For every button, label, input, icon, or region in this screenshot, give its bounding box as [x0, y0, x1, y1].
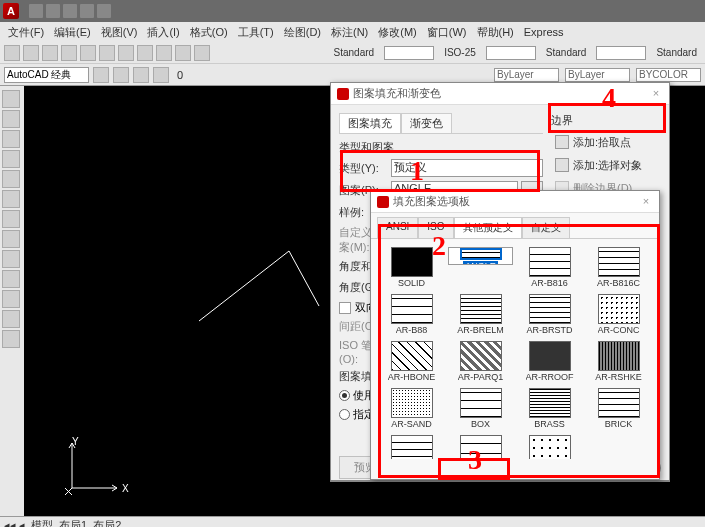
menu-view[interactable]: 视图(V): [97, 23, 142, 42]
add-select-button[interactable]: 添加:选择对象: [551, 155, 661, 175]
tab-layout1[interactable]: 布局1: [59, 518, 87, 527]
menu-dim[interactable]: 标注(N): [327, 23, 372, 42]
window-titlebar: A: [0, 0, 705, 22]
tool-hatch[interactable]: [2, 250, 20, 268]
tb-layer4[interactable]: [153, 67, 169, 83]
origin-spec-radio[interactable]: [339, 409, 350, 420]
draw-toolbar: [0, 86, 24, 516]
annotation-2: 2: [432, 230, 446, 262]
tab-layout2[interactable]: 布局2: [93, 518, 121, 527]
menu-edit[interactable]: 编辑(E): [50, 23, 95, 42]
menu-window[interactable]: 窗口(W): [423, 23, 471, 42]
annotation-box-2: [378, 224, 660, 478]
tb-layer3[interactable]: [133, 67, 149, 83]
hatch-title: 图案填充和渐变色: [353, 86, 441, 101]
menu-modify[interactable]: 修改(M): [374, 23, 421, 42]
menu-insert[interactable]: 插入(I): [143, 23, 183, 42]
add-pickpoint-button[interactable]: 添加:拾取点: [551, 132, 661, 152]
qat-btn[interactable]: [29, 4, 43, 18]
tb-undo[interactable]: [137, 45, 153, 61]
tool-table[interactable]: [2, 330, 20, 348]
close-icon[interactable]: ×: [639, 195, 653, 209]
close-icon[interactable]: ×: [649, 87, 663, 101]
lweight-bylayer[interactable]: BYCOLOR: [636, 68, 701, 82]
menu-tools[interactable]: 工具(T): [234, 23, 278, 42]
tb-save[interactable]: [42, 45, 58, 61]
drawing-triangle: [194, 246, 324, 328]
workspace-select[interactable]: AutoCAD 经典: [4, 67, 89, 83]
tool-pline[interactable]: [2, 110, 20, 128]
app-logo: A: [3, 3, 19, 19]
tb-zoom[interactable]: [194, 45, 210, 61]
palette-title: 填充图案选项板: [393, 194, 470, 209]
annotation-4: 4: [602, 82, 616, 114]
tab-model[interactable]: 模型: [31, 518, 53, 527]
iso-label: ISO-25: [440, 47, 480, 58]
select-icon: [555, 158, 569, 172]
menu-draw[interactable]: 绘图(D): [280, 23, 325, 42]
menu-format[interactable]: 格式(O): [186, 23, 232, 42]
origin-current-radio[interactable]: [339, 390, 350, 401]
tb-layer[interactable]: [93, 67, 109, 83]
tool-arc[interactable]: [2, 150, 20, 168]
bidir-check[interactable]: [339, 302, 351, 314]
tool-spline[interactable]: [2, 230, 20, 248]
menu-bar: 文件(F) 编辑(E) 视图(V) 插入(I) 格式(O) 工具(T) 绘图(D…: [0, 22, 705, 42]
qat-btn[interactable]: [63, 4, 77, 18]
tb-layer2[interactable]: [113, 67, 129, 83]
hatch-titlebar: 图案填充和渐变色 ×: [331, 83, 669, 105]
iso-box[interactable]: [486, 46, 536, 60]
tool-ellipse[interactable]: [2, 210, 20, 228]
tool-text[interactable]: [2, 270, 20, 288]
pickpoint-icon: [555, 135, 569, 149]
tool-region[interactable]: [2, 310, 20, 328]
tool-rect[interactable]: [2, 170, 20, 188]
menu-help[interactable]: 帮助(H): [473, 23, 518, 42]
toolbar-std: Standard ISO-25 Standard Standard: [0, 42, 705, 64]
qat: [29, 4, 111, 18]
dlg-icon: [337, 88, 349, 100]
annotation-3: 3: [468, 444, 482, 476]
tool-circle[interactable]: [2, 130, 20, 148]
tb-redo[interactable]: [156, 45, 172, 61]
color-bylayer[interactable]: ByLayer: [494, 68, 559, 82]
menu-file[interactable]: 文件(F): [4, 23, 48, 42]
annotation-box-1: [340, 150, 540, 192]
tb-paste[interactable]: [118, 45, 134, 61]
tb-print[interactable]: [61, 45, 77, 61]
tb-open[interactable]: [23, 45, 39, 61]
palette-titlebar: 填充图案选项板 ×: [371, 191, 659, 213]
tb-pan[interactable]: [175, 45, 191, 61]
dlg-icon: [377, 196, 389, 208]
tb-new[interactable]: [4, 45, 20, 61]
std2-box[interactable]: [596, 46, 646, 60]
tab-gradient[interactable]: 渐变色: [401, 113, 452, 133]
tab-hatch[interactable]: 图案填充: [339, 113, 401, 133]
std3-label: Standard: [652, 47, 701, 58]
tool-point[interactable]: [2, 290, 20, 308]
qat-btn[interactable]: [80, 4, 94, 18]
style-box[interactable]: [384, 46, 434, 60]
tab-nav-prev[interactable]: ◂◂ ◂: [4, 519, 25, 527]
menu-express[interactable]: Express: [520, 24, 568, 40]
tool-polygon[interactable]: [2, 190, 20, 208]
layout-tabs: ◂◂ ◂ 模型 布局1 布局2: [0, 516, 705, 527]
tool-line[interactable]: [2, 90, 20, 108]
qat-btn[interactable]: [97, 4, 111, 18]
layer-0: 0: [177, 69, 183, 81]
style-label: Standard: [330, 47, 379, 58]
tb-copy[interactable]: [99, 45, 115, 61]
tb-cut[interactable]: [80, 45, 96, 61]
annotation-1: 1: [410, 155, 424, 187]
ltype-bylayer[interactable]: ByLayer: [565, 68, 630, 82]
std2-label: Standard: [542, 47, 591, 58]
qat-btn[interactable]: [46, 4, 60, 18]
